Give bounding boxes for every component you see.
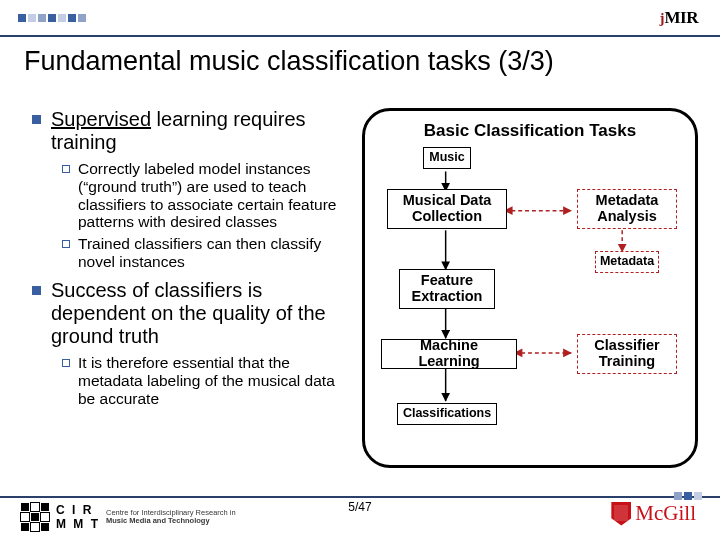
cirmmt-logo: C I R M M T Centre for Interdisciplinary… xyxy=(20,502,236,532)
box-machine-learning: Machine Learning xyxy=(381,339,517,369)
box-metadata-analysis: Metadata Analysis xyxy=(577,189,677,229)
footer: C I R M M T Centre for Interdisciplinary… xyxy=(0,494,720,534)
box-metadata: Metadata xyxy=(595,251,659,273)
box-musical-data-collection: Musical Data Collection xyxy=(387,189,507,229)
bullet-square-icon xyxy=(32,115,41,124)
corner-squares-top xyxy=(18,14,86,22)
diagram-title: Basic Classification Tasks xyxy=(377,121,683,141)
bullet-text: Correctly labeled model instances (“grou… xyxy=(78,160,344,231)
bullet-level1: Success of classifiers is dependent on t… xyxy=(32,279,344,348)
bullet-level2: Correctly labeled model instances (“grou… xyxy=(62,160,344,231)
box-classifications: Classifications xyxy=(397,403,497,425)
jmir-logo: jMIR xyxy=(660,8,698,28)
text-body: Supervised learning requires training Co… xyxy=(32,108,344,411)
mcgill-crest-icon xyxy=(611,502,631,526)
mcgill-text: McGill xyxy=(635,501,696,526)
bullet-text: It is therefore essential that the metad… xyxy=(78,354,344,407)
bullet-text: Trained classifiers can then classify no… xyxy=(78,235,344,271)
box-music: Music xyxy=(423,147,471,169)
bullet-hollow-icon xyxy=(62,165,70,173)
flow-diagram: Basic Classification Tasks Music Musical… xyxy=(362,108,698,468)
bullet-level1: Supervised learning requires training xyxy=(32,108,344,154)
bullet-hollow-icon xyxy=(62,240,70,248)
bullet-hollow-icon xyxy=(62,359,70,367)
slide: jMIR Fundamental music classification ta… xyxy=(0,0,720,540)
box-feature-extraction: Feature Extraction xyxy=(399,269,495,309)
cirmmt-text-line2: Music Media and Technology xyxy=(106,517,236,525)
bullet-level2: Trained classifiers can then classify no… xyxy=(62,235,344,271)
underlined-word: Supervised xyxy=(51,108,151,130)
bullet-square-icon xyxy=(32,286,41,295)
box-classifier-training: Classifier Training xyxy=(577,334,677,374)
mcgill-logo: McGill xyxy=(611,501,696,526)
slide-title: Fundamental music classification tasks (… xyxy=(24,46,554,77)
bullet-level2: It is therefore essential that the metad… xyxy=(62,354,344,407)
bullet-text: Success of classifiers is dependent on t… xyxy=(51,279,344,348)
divider-top xyxy=(0,35,720,37)
cirmmt-acronym: C I R M M T xyxy=(56,503,100,531)
cirmmt-grid-icon xyxy=(20,502,50,532)
jmir-mir: MIR xyxy=(665,8,698,27)
page-number: 5/47 xyxy=(348,500,371,514)
